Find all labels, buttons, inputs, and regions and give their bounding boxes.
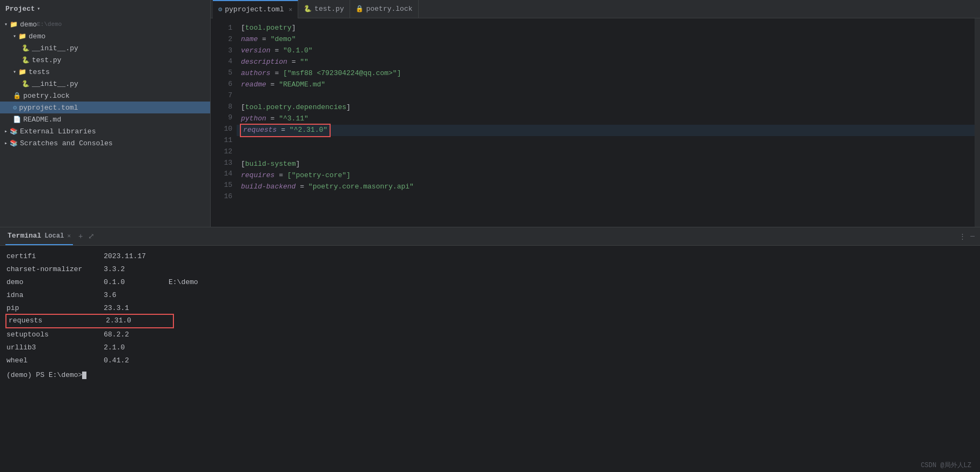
folder-icon: 📁: [18, 68, 26, 76]
term-pkg-name: idna: [6, 289, 104, 301]
py-icon: 🐍: [22, 44, 30, 52]
term-prompt-text: (demo) PS E:\demo>: [6, 369, 82, 381]
term-pkg-version: 3.6: [104, 289, 169, 301]
term-row-idna: idna3.6: [6, 289, 974, 302]
editor-area: ⚙ pyproject.toml✕🐍 test.py🔒 poetry.lock …: [211, 0, 980, 227]
term-row-wheel: wheel0.41.2: [6, 354, 974, 367]
term-pkg-name: demo: [6, 277, 104, 288]
tree-label: test.py: [32, 56, 62, 64]
terminal-content[interactable]: certifi2023.11.17charset-normalizer3.3.2…: [0, 246, 980, 472]
code-line-16: [237, 193, 975, 204]
terminal-header: Terminal Local ✕ + ⤢ ⋮ —: [0, 227, 980, 246]
code-line-1: [tool.poetry]: [237, 23, 975, 34]
tree-label: __init__.py: [32, 80, 78, 88]
term-row-requests: requests2.31.0: [6, 315, 173, 327]
tab-icon-testpy: 🐍: [304, 5, 312, 13]
terminal-label: Terminal: [8, 232, 41, 240]
term-row-urllib3: urllib32.1.0: [6, 341, 974, 354]
term-pkg-name: wheel: [6, 355, 104, 367]
tab-testpy[interactable]: 🐍 test.py: [298, 0, 350, 18]
code-line-3: version = "0.1.0": [237, 45, 975, 57]
chevron-down-icon: ▾: [37, 5, 41, 12]
tree-label: README.md: [23, 116, 61, 124]
code-line-12: [237, 147, 975, 159]
tree-item-tests[interactable]: ▾📁tests: [0, 66, 210, 78]
expand-terminal-button[interactable]: ⤢: [88, 232, 95, 241]
code-line-13: [build-system]: [237, 159, 975, 170]
tree-item-pyproject-toml[interactable]: ⚙pyproject.toml: [0, 102, 210, 113]
watermark: CSDN @局外人LZ: [921, 461, 971, 470]
code-line-9: python = "^3.11": [237, 113, 975, 125]
code-line-8: [tool.poetry.dependencies]: [237, 102, 975, 113]
md-icon: 📄: [13, 116, 21, 124]
term-pkg-path: E:\demo: [169, 277, 198, 288]
term-row-pip: pip23.3.1: [6, 302, 974, 315]
tab-pyproject[interactable]: ⚙ pyproject.toml✕: [213, 0, 298, 18]
tree-label: __init__.py: [32, 44, 78, 52]
code-line-11: [237, 136, 975, 147]
term-pkg-version: 23.3.1: [104, 302, 169, 314]
tree-item-init-py[interactable]: 🐍__init__.py: [0, 42, 210, 54]
tab-icon-poetrylock: 🔒: [355, 5, 364, 13]
tree-label: pyproject.toml: [19, 104, 78, 112]
term-pkg-name: setuptools: [6, 329, 104, 341]
term-pkg-version: 68.2.2: [104, 329, 169, 341]
ext-icon: 📚: [10, 139, 18, 147]
tree-label: Scratches and Consoles: [20, 139, 113, 147]
tree-item-demo-sub[interactable]: ▾📁demo: [0, 30, 210, 42]
term-pkg-name: certifi: [6, 251, 104, 262]
add-terminal-button[interactable]: +: [78, 232, 83, 241]
scrollbar[interactable]: [975, 18, 980, 227]
code-line-14: requires = ["poetry-core"]: [237, 170, 975, 181]
py-icon: 🐍: [22, 56, 30, 64]
tree-item-test-py[interactable]: 🐍test.py: [0, 54, 210, 66]
term-pkg-name: urllib3: [6, 342, 104, 354]
tab-icon-pyproject: ⚙: [218, 5, 222, 14]
tree-label: poetry.lock: [23, 92, 70, 100]
term-pkg-version: 2.1.0: [104, 342, 169, 354]
folder-icon: 📁: [10, 21, 18, 29]
tree-item-demo-root[interactable]: ▾📁demo E:\demo: [0, 18, 210, 30]
code-line-15: build-backend = "poetry.core.masonry.api…: [237, 181, 975, 193]
tree-label: External Libraries: [20, 127, 96, 136]
term-pkg-version: 3.3.2: [104, 264, 169, 275]
main-area: Project ▾ ▾📁demo E:\demo▾📁demo🐍__init__.…: [0, 0, 980, 227]
code-line-2: name = "demo": [237, 34, 975, 45]
term-prompt-line: (demo) PS E:\demo>: [6, 369, 974, 381]
terminal-close-icon[interactable]: ✕: [67, 232, 71, 239]
code-line-7: [237, 91, 975, 102]
term-pkg-version: 2.31.0: [106, 315, 171, 327]
code-content[interactable]: [tool.poetry]name = "demo"version = "0.1…: [237, 18, 975, 227]
tree-item-tests-init[interactable]: 🐍__init__.py: [0, 78, 210, 90]
terminal-menu-icon[interactable]: ⋮: [959, 232, 966, 241]
terminal-tab[interactable]: Terminal Local ✕: [5, 227, 73, 245]
term-row-setuptools: setuptools68.2.2: [6, 328, 974, 341]
tree-label: tests: [29, 68, 50, 76]
term-row-certifi: certifi2023.11.17: [6, 250, 974, 263]
tab-close-pyproject[interactable]: ✕: [288, 6, 292, 13]
tree-item-scratches[interactable]: ▸📚Scratches and Consoles: [0, 137, 210, 149]
term-pkg-version: 0.41.2: [104, 355, 169, 367]
code-area: 12345678910111213141516 [tool.poetry]nam…: [211, 18, 980, 227]
term-row-charset-normalizer: charset-normalizer3.3.2: [6, 263, 974, 276]
code-line-4: description = "": [237, 57, 975, 68]
tab-label-poetrylock: poetry.lock: [366, 5, 413, 13]
tab-poetrylock[interactable]: 🔒 poetry.lock: [350, 0, 419, 18]
ext-icon: 📚: [10, 127, 18, 136]
sidebar: Project ▾ ▾📁demo E:\demo▾📁demo🐍__init__.…: [0, 0, 211, 227]
tree-item-readme-md[interactable]: 📄README.md: [0, 113, 210, 125]
term-pkg-name: charset-normalizer: [6, 264, 104, 275]
term-pkg-version: 0.1.0: [104, 277, 169, 288]
tree-label: demo: [20, 21, 37, 29]
sidebar-header: Project ▾: [0, 0, 210, 17]
term-row-demo: demo0.1.0E:\demo: [6, 276, 974, 289]
tree-item-poetry-lock[interactable]: 🔒poetry.lock: [0, 90, 210, 102]
tab-label-pyproject: pyproject.toml: [225, 5, 284, 14]
line-numbers: 12345678910111213141516: [211, 18, 237, 227]
py-icon: 🐍: [22, 80, 30, 88]
terminal-minimize-icon[interactable]: —: [970, 232, 975, 241]
code-line-10: requests = "^2.31.0": [237, 125, 975, 136]
code-line-5: authors = ["msf88 <792304224@qq.com>"]: [237, 68, 975, 79]
tree-item-ext-libs[interactable]: ▸📚External Libraries: [0, 125, 210, 137]
terminal-actions: ⋮ —: [959, 232, 975, 241]
